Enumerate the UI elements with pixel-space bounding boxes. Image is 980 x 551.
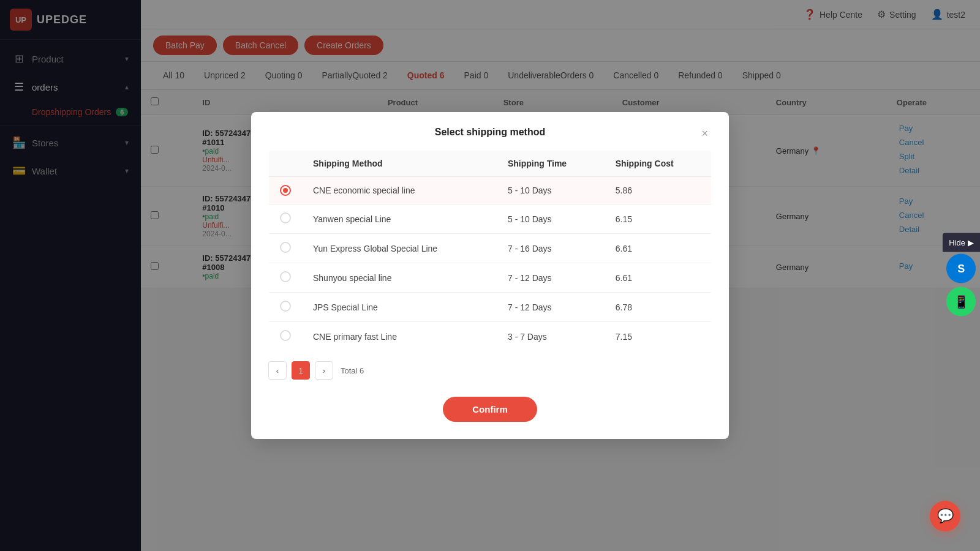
shipping-modal: Select shipping method × Shipping Method… [251,112,729,439]
hide-label: Hide [949,238,965,247]
shipping-cost-cell: 6.15 [605,204,712,234]
next-page-button[interactable]: › [315,361,333,380]
radio-button-2[interactable] [280,242,291,253]
col-shipping-cost: Shipping Cost [605,151,712,177]
shipping-cost-cell: 6.61 [605,234,712,263]
radio-button-0[interactable] [280,185,291,196]
chat-icon: 💬 [937,508,954,524]
chat-float-button[interactable]: 💬 [930,501,960,531]
skype-button[interactable]: S [946,254,976,283]
whatsapp-icon: 📱 [954,294,969,309]
shipping-time-cell: 7 - 12 Days [497,263,605,293]
shipping-cost-cell: 6.78 [605,293,712,322]
hide-panel-button[interactable]: Hide ▶ [943,233,980,252]
shipping-row[interactable]: JPS Special Line 7 - 12 Days 6.78 [269,293,712,322]
confirm-button[interactable]: Confirm [443,397,537,422]
prev-page-button[interactable]: ‹ [268,361,287,380]
float-panel: Hide ▶ S 📱 [943,233,980,318]
shipping-time-cell: 7 - 12 Days [497,293,605,322]
shipping-cost-cell: 5.86 [605,177,712,204]
radio-button-1[interactable] [280,212,291,223]
modal-close-button[interactable]: × [698,127,712,140]
shipping-method-cell: Yun Express Global Special Line [302,234,497,263]
shipping-row[interactable]: CNE economic special line 5 - 10 Days 5.… [269,177,712,204]
shipping-time-cell: 5 - 10 Days [497,177,605,204]
skype-icon: S [957,262,965,275]
shipping-method-cell: Yanwen special Line [302,204,497,234]
radio-button-5[interactable] [280,330,291,341]
modal-title: Select shipping method [435,127,545,138]
shipping-method-cell: CNE economic special line [302,177,497,204]
shipping-cost-cell: 6.61 [605,263,712,293]
shipping-method-cell: Shunyou special line [302,263,497,293]
total-pages-label: Total 6 [341,366,364,375]
shipping-time-cell: 5 - 10 Days [497,204,605,234]
shipping-row[interactable]: Shunyou special line 7 - 12 Days 6.61 [269,263,712,293]
shipping-row[interactable]: CNE primary fast Line 3 - 7 Days 7.15 [269,322,712,351]
radio-button-3[interactable] [280,271,291,282]
whatsapp-button[interactable]: 📱 [946,287,976,317]
page-1-button[interactable]: 1 [292,361,310,380]
shipping-method-cell: CNE primary fast Line [302,322,497,351]
shipping-table: Shipping Method Shipping Time Shipping C… [268,150,712,351]
col-select [269,151,303,177]
modal-pagination: ‹ 1 › Total 6 [268,361,712,380]
col-shipping-time: Shipping Time [497,151,605,177]
radio-button-4[interactable] [280,301,291,312]
shipping-method-cell: JPS Special Line [302,293,497,322]
shipping-row[interactable]: Yun Express Global Special Line 7 - 16 D… [269,234,712,263]
chevron-right-icon: ▶ [968,238,974,247]
modal-header: Select shipping method × [268,127,712,138]
col-shipping-method: Shipping Method [302,151,497,177]
shipping-time-cell: 3 - 7 Days [497,322,605,351]
shipping-time-cell: 7 - 16 Days [497,234,605,263]
shipping-cost-cell: 7.15 [605,322,712,351]
modal-overlay: Select shipping method × Shipping Method… [0,0,980,551]
shipping-row[interactable]: Yanwen special Line 5 - 10 Days 6.15 [269,204,712,234]
modal-footer: Confirm [268,397,712,422]
